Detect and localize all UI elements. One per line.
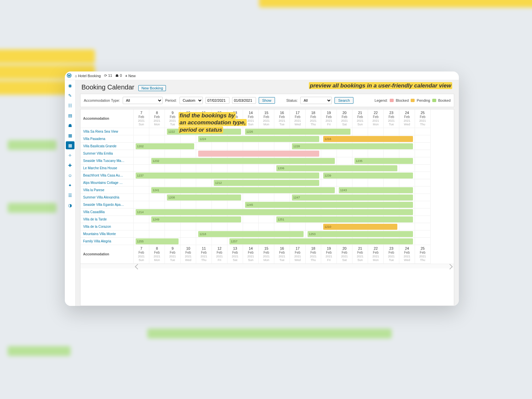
booking-bar[interactable]: 1224 bbox=[198, 136, 319, 142]
filter-period-label: Period: bbox=[165, 98, 177, 102]
status-select[interactable]: All bbox=[300, 97, 332, 104]
booking-bar[interactable]: 1245 bbox=[245, 202, 413, 208]
booking-bar[interactable]: 1249 bbox=[151, 216, 241, 222]
accommodation-link[interactable]: Villa Sa Riera Sea View bbox=[80, 128, 134, 135]
column-header: 17Feb2021Wed bbox=[290, 109, 306, 128]
accommodation-link[interactable]: Villa Basilicata Grande bbox=[80, 143, 134, 150]
accommodation-link[interactable]: Le Marche Etna House bbox=[80, 165, 134, 172]
accommodation-link[interactable]: Beachfront Villa Casa Au… bbox=[80, 172, 134, 179]
calendar-lane: 1214 bbox=[134, 208, 431, 216]
booking-bar[interactable]: 1214 bbox=[136, 209, 413, 215]
horizontal-scrollbar[interactable] bbox=[80, 264, 454, 268]
column-header: 19Feb2021Fri bbox=[321, 245, 337, 264]
row-header: Accommodation bbox=[80, 109, 134, 128]
tools-icon[interactable]: ✦ bbox=[66, 181, 74, 189]
new-booking-button[interactable]: New Booking bbox=[138, 85, 166, 91]
booking-bar[interactable]: 1210 bbox=[323, 224, 397, 230]
accommodation-link[interactable]: Villa de la Tarde bbox=[80, 216, 134, 223]
booking-bar[interactable]: 1243 bbox=[339, 187, 413, 193]
wordpress-logo-icon[interactable]: ⓦ bbox=[67, 73, 71, 79]
pages-icon[interactable]: ▤ bbox=[66, 111, 74, 119]
adminbar-comments[interactable]: 0 bbox=[115, 73, 122, 78]
booking-bar[interactable]: 1241 bbox=[151, 187, 335, 193]
booking-bar[interactable]: 1226 bbox=[245, 129, 350, 135]
booking-bar[interactable]: 1202 bbox=[136, 143, 194, 149]
column-header: 21Feb2021Sun bbox=[352, 109, 368, 128]
date-to-input[interactable] bbox=[232, 97, 256, 104]
annotation-preview: preview all bookings in a user-friendly … bbox=[309, 82, 452, 89]
adminbar-updates[interactable]: 11 bbox=[104, 73, 112, 78]
booking-bar[interactable]: 1208 bbox=[167, 195, 241, 200]
accommodation-link[interactable]: Family Villa Alegria bbox=[80, 238, 134, 245]
accommodation-link[interactable]: Seaside Villa Tuscany Ma… bbox=[80, 157, 134, 165]
wp-admin-bar: ⓦ Hotel Booking 11 0 New bbox=[65, 71, 459, 80]
column-header: 8Feb2021Mon bbox=[149, 109, 165, 128]
calendar-icon[interactable]: ▦ bbox=[66, 141, 74, 149]
accommodation-link[interactable]: Villa Casadillia bbox=[80, 208, 134, 216]
calendar-lane: 12081247 bbox=[134, 194, 431, 201]
accommodation-link[interactable]: Alps Mountains Cottage … bbox=[80, 179, 134, 187]
calendar-lane: 1212 bbox=[134, 179, 431, 187]
column-header: 18Feb2021Thu bbox=[306, 245, 321, 264]
booking-bar[interactable]: 1228 bbox=[292, 143, 413, 149]
booking-bar[interactable]: 1251 bbox=[276, 216, 413, 222]
appearance-icon[interactable]: ✧ bbox=[66, 151, 74, 159]
booking-bar[interactable]: 1218 bbox=[198, 231, 304, 237]
calendar-lane: 12491251 bbox=[134, 216, 431, 223]
booking-bar[interactable]: 1237 bbox=[136, 173, 319, 179]
column-header: 9Feb2021Tue bbox=[165, 245, 181, 264]
accommodation-link[interactable]: Villa de la Corazon bbox=[80, 223, 134, 230]
booking-bar[interactable]: 1216 bbox=[323, 136, 413, 142]
booking-bar[interactable]: 1232 bbox=[151, 158, 335, 164]
booking-bar[interactable]: 1257 bbox=[229, 238, 413, 244]
filter-bar: Accommodation Type: All Period: Custom S… bbox=[80, 94, 454, 107]
legend-swatch-blocked bbox=[390, 99, 394, 102]
plugins-icon[interactable]: ✚ bbox=[66, 161, 74, 169]
users-icon[interactable]: ☺ bbox=[66, 171, 74, 179]
accommodation-link[interactable]: Summer Villa Alexandria bbox=[80, 194, 134, 201]
accommodation-link[interactable]: Mountains Villa Monte bbox=[80, 230, 134, 238]
comments-icon[interactable]: ☗ bbox=[66, 121, 74, 129]
calendar-lane: 12221226 bbox=[134, 128, 431, 135]
media-icon[interactable]: ☷ bbox=[66, 101, 74, 109]
booking-bar[interactable]: 1235 bbox=[354, 158, 413, 164]
collapse-icon[interactable]: ◑ bbox=[66, 201, 74, 209]
accommodation-link[interactable]: Villa la Parese bbox=[80, 187, 134, 194]
booking-bar[interactable]: 1206 bbox=[276, 165, 397, 171]
settings-icon[interactable]: ☰ bbox=[66, 191, 74, 199]
dashboard-icon[interactable]: ◉ bbox=[66, 81, 74, 89]
filter-status-label: Status: bbox=[286, 98, 298, 102]
adminbar-site-link[interactable]: Hotel Booking bbox=[75, 74, 101, 78]
accommodation-type-select[interactable]: All bbox=[123, 97, 163, 104]
admin-sidebar: ◉ ✎ ☷ ▤ ☗ ▦ ▦ ✧ ✚ ☺ ✦ ☰ ◑ bbox=[65, 71, 75, 306]
date-from-input[interactable] bbox=[205, 97, 229, 104]
column-header: 15Feb2021Mon bbox=[259, 109, 274, 128]
booking-bar[interactable] bbox=[198, 151, 319, 157]
show-button[interactable]: Show bbox=[259, 97, 275, 104]
calendar-lane bbox=[134, 150, 431, 157]
adminbar-new[interactable]: New bbox=[125, 74, 136, 78]
posts-icon[interactable]: ✎ bbox=[66, 91, 74, 99]
column-header: 22Feb2021Mon bbox=[368, 245, 384, 264]
calendar-lane: 1210 bbox=[134, 223, 431, 230]
column-header: 14Feb2021Sun bbox=[243, 245, 259, 264]
row-header: Accommodation bbox=[80, 245, 134, 264]
column-header: 19Feb2021Fri bbox=[321, 109, 337, 128]
booking-bar[interactable]: 1239 bbox=[323, 173, 413, 179]
column-header: 25Feb2021Thu bbox=[415, 109, 431, 128]
accommodation-link[interactable]: Villa Pasadena bbox=[80, 135, 134, 143]
column-header: 7Feb2021Sun bbox=[134, 109, 149, 128]
booking-bar[interactable]: 1253 bbox=[308, 231, 413, 237]
calendar-lane: 12241216 bbox=[134, 135, 431, 143]
calendar-lane: 1245 bbox=[134, 201, 431, 208]
column-header: 16Feb2021Tue bbox=[274, 109, 290, 128]
accommodation-link[interactable]: Summer Villa Emilia bbox=[80, 150, 134, 157]
search-button[interactable]: Search bbox=[334, 97, 353, 104]
accommodation-link[interactable]: Seaside Villa Egardo Apa… bbox=[80, 201, 134, 208]
period-select[interactable]: Custom bbox=[180, 97, 203, 104]
booking-bar[interactable]: 1247 bbox=[292, 195, 413, 200]
booking-bar[interactable]: 1255 bbox=[136, 238, 179, 244]
bookings-icon[interactable]: ▦ bbox=[66, 131, 74, 139]
column-header: 23Feb2021Tue bbox=[384, 245, 399, 264]
booking-bar[interactable]: 1212 bbox=[214, 180, 319, 186]
